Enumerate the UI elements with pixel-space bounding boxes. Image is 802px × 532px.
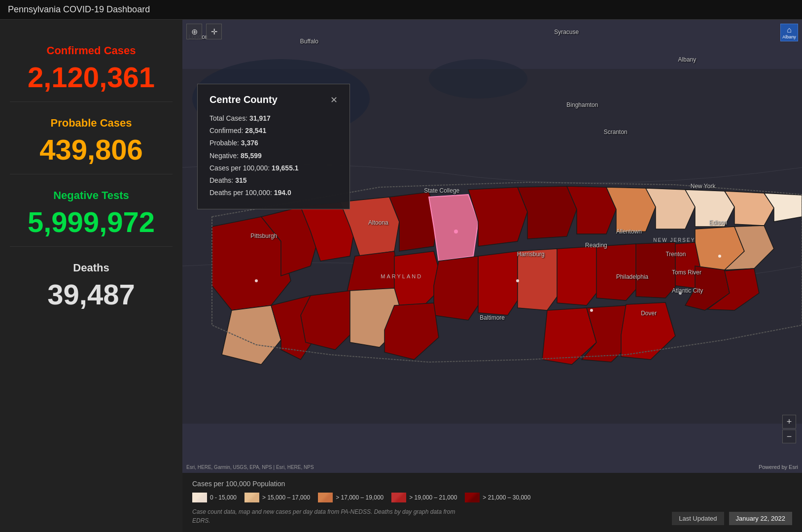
negative-tests-label: Negative Tests <box>53 189 129 202</box>
svg-point-7 <box>718 255 721 258</box>
tooltip-close-button[interactable]: ✕ <box>330 95 338 105</box>
deaths-label: Deaths <box>73 262 109 274</box>
map-controls-top-right: ⌂ Albany <box>780 24 798 41</box>
legend-label-3: > 19,000 – 21,000 <box>409 494 457 501</box>
legend-item-3: > 19,000 – 21,000 <box>391 493 457 502</box>
zoom-minus-button[interactable]: − <box>782 430 796 443</box>
svg-point-2 <box>429 59 527 99</box>
svg-point-6 <box>679 292 682 295</box>
legend-title: Cases per 100,000 Population <box>192 480 792 488</box>
zoom-plus-icon: + <box>787 417 792 427</box>
map-controls-top: ⊕ ✛ <box>186 24 222 39</box>
legend-bottom-row: Case count data, map and new cases per d… <box>192 507 792 525</box>
zoom-minus-icon: − <box>787 432 792 442</box>
sidebar: Confirmed Cases 2,120,361 Probable Cases… <box>0 20 182 532</box>
esri-attribution: Esri, HERE, Garmin, USGS, EPA, NPS | Esr… <box>186 465 314 470</box>
legend-label-2: > 17,000 – 19,000 <box>336 494 384 501</box>
pan-button[interactable]: ✛ <box>206 24 222 39</box>
legend-item-4: > 21,000 – 30,000 <box>465 493 530 502</box>
last-updated-box: Last Updated January 22, 2022 <box>672 512 792 525</box>
pan-icon: ✛ <box>211 27 217 36</box>
svg-point-8 <box>454 230 458 233</box>
legend-item-2: > 17,000 – 19,000 <box>318 493 384 502</box>
home-button[interactable]: ⌂ Albany <box>780 24 798 41</box>
tooltip-header: Centre County ✕ <box>209 94 338 105</box>
map-container[interactable]: London Buffalo Syracuse Albany Binghamto… <box>182 20 802 473</box>
negative-tests-block: Negative Tests 5,999,972 <box>10 179 173 247</box>
tooltip-field-0: Total Cases: 31,917 <box>209 112 338 125</box>
home-label: Albany <box>782 34 796 39</box>
svg-point-4 <box>516 279 519 282</box>
tooltip-field-6: Deaths per 100,000: 194.0 <box>209 187 338 199</box>
map-zoom-controls: + − <box>782 415 796 443</box>
svg-point-3 <box>255 279 258 282</box>
right-content: London Buffalo Syracuse Albany Binghamto… <box>182 20 802 532</box>
tooltip-field-1: Confirmed: 28,541 <box>209 125 338 137</box>
legend-area: Cases per 100,000 Population 0 - 15,000 … <box>182 473 802 532</box>
legend-label-0: 0 - 15,000 <box>210 494 237 501</box>
legend-item-1: > 15,000 – 17,000 <box>244 493 310 502</box>
page-title: Pennsylvania COVID-19 Dashboard <box>8 4 150 15</box>
tooltip-field-5: Deaths: 315 <box>209 174 338 187</box>
probable-cases-block: Probable Cases 439,806 <box>10 107 173 174</box>
legend-swatch-4 <box>465 493 480 502</box>
legend-note: Case count data, map and new cases per d… <box>192 507 468 525</box>
legend-swatch-3 <box>391 493 406 502</box>
last-updated-label: Last Updated <box>672 512 724 525</box>
tooltip-field-3: Negative: 85,599 <box>209 150 338 162</box>
tooltip-field-4: Cases per 100,000: 19,655.1 <box>209 162 338 174</box>
title-bar: Pennsylvania COVID-19 Dashboard <box>0 0 802 20</box>
tooltip-county-name: Centre County <box>209 94 278 105</box>
legend-item-0: 0 - 15,000 <box>192 493 237 502</box>
svg-point-5 <box>590 309 593 312</box>
legend-swatch-1 <box>244 493 259 502</box>
legend-items: 0 - 15,000 > 15,000 – 17,000 > 17,000 – … <box>192 493 792 502</box>
probable-cases-label: Probable Cases <box>50 117 132 130</box>
tooltip-body: Total Cases: 31,917 Confirmed: 28,541 Pr… <box>209 112 338 199</box>
negative-tests-value: 5,999,972 <box>28 208 155 236</box>
legend-label-1: > 15,000 – 17,000 <box>262 494 310 501</box>
home-icon: ⌂ <box>787 26 792 34</box>
zoom-plus-button[interactable]: + <box>782 415 796 429</box>
map-background: London Buffalo Syracuse Albany Binghamto… <box>182 20 802 473</box>
probable-cases-value: 439,806 <box>39 135 143 164</box>
main-layout: Confirmed Cases 2,120,361 Probable Cases… <box>0 20 802 532</box>
county-tooltip: Centre County ✕ Total Cases: 31,917 Conf… <box>197 84 350 209</box>
legend-swatch-2 <box>318 493 333 502</box>
legend-swatch-0 <box>192 493 207 502</box>
confirmed-cases-label: Confirmed Cases <box>47 44 136 57</box>
deaths-block: Deaths 39,487 <box>10 252 173 319</box>
confirmed-cases-value: 2,120,361 <box>28 63 155 92</box>
zoom-in-button[interactable]: ⊕ <box>186 24 202 39</box>
legend-label-4: > 21,000 – 30,000 <box>483 494 530 501</box>
esri-powered-by: Powered by Esri <box>759 464 798 470</box>
last-updated-value: January 22, 2022 <box>729 512 792 525</box>
tooltip-field-2: Probable: 3,376 <box>209 137 338 149</box>
zoom-in-icon: ⊕ <box>191 27 198 36</box>
confirmed-cases-block: Confirmed Cases 2,120,361 <box>10 34 173 102</box>
deaths-value: 39,487 <box>47 280 135 309</box>
